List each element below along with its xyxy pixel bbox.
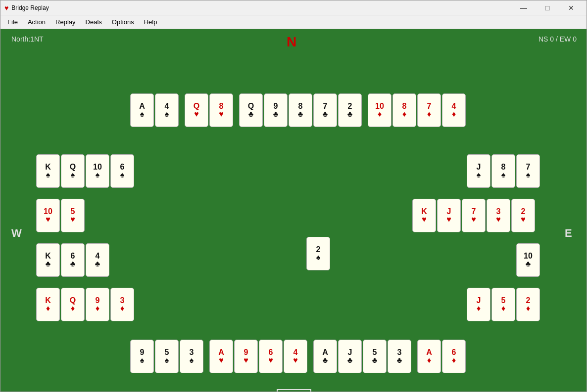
menu-file[interactable]: File [2, 16, 23, 28]
card-west-d2: Q ♦ [61, 288, 85, 321]
card-north-7: 8 ♣ [289, 93, 312, 127]
card-north-11: 8 ♦ [392, 93, 416, 127]
heart-icon: ♥ [4, 4, 8, 12]
menu-action[interactable]: Action [23, 16, 50, 28]
card-east-c1: 10 ♣ [516, 243, 540, 277]
contract-label: North:1NT [11, 35, 44, 43]
card-west-s1: K ♠ [36, 154, 60, 188]
card-south-7: 4 ♥ [284, 340, 307, 373]
card-west-d4: 3 ♦ [110, 288, 134, 321]
card-west-h1: 10 ♥ [36, 199, 60, 232]
menu-help[interactable]: Help [139, 16, 162, 28]
card-east-d3: 2 ♦ [516, 288, 540, 321]
card-east-h2: J ♥ [437, 199, 461, 232]
title-controls: — □ ✕ [512, 0, 583, 15]
card-south-8: A ♣ [313, 340, 337, 373]
minimize-button[interactable]: — [512, 0, 535, 15]
card-south-3: 3 ♠ [180, 340, 203, 373]
card-west-d1: K ♦ [36, 288, 60, 321]
card-south-5: 9 ♥ [234, 340, 258, 373]
card-east-s3: 7 ♠ [516, 154, 540, 188]
card-west-c2: 6 ♣ [61, 243, 85, 277]
card-east-h4: 3 ♥ [487, 199, 510, 232]
card-south-10: 5 ♣ [363, 340, 387, 373]
title-bar: ♥ Bridge Replay — □ ✕ [0, 0, 587, 15]
card-north-12: 7 ♦ [417, 93, 441, 127]
card-north-6: 9 ♣ [264, 93, 288, 127]
south-indicator: S [277, 389, 311, 392]
card-west-s2: Q ♠ [61, 154, 85, 188]
card-east-d2: 5 ♦ [491, 288, 515, 321]
maximize-button[interactable]: □ [536, 0, 559, 15]
card-north-13: 4 ♦ [442, 93, 466, 127]
card-east-h5: 2 ♥ [511, 199, 535, 232]
card-east-h1: K ♥ [412, 199, 436, 232]
card-south-2: 5 ♠ [155, 340, 179, 373]
close-button[interactable]: ✕ [560, 0, 583, 15]
north-compass: N [287, 34, 296, 50]
main-window: ♥ Bridge Replay — □ ✕ File Action Replay… [0, 0, 587, 392]
card-south-6: 6 ♥ [259, 340, 283, 373]
menu-options[interactable]: Options [107, 16, 139, 28]
card-east-h3: 7 ♥ [462, 199, 486, 232]
west-compass: W [11, 227, 22, 240]
card-north-10: 10 ♦ [368, 93, 391, 127]
card-east-d1: J ♦ [467, 288, 490, 321]
menu-replay[interactable]: Replay [50, 16, 80, 28]
card-west-c3: 4 ♣ [86, 243, 109, 277]
menu-bar: File Action Replay Deals Options Help [0, 15, 587, 29]
card-south-4: A ♥ [209, 340, 233, 373]
card-west-h2: 5 ♥ [61, 199, 85, 232]
card-center: 2 ♠ [306, 237, 330, 270]
window-title: Bridge Replay [11, 4, 49, 11]
card-north-1: A ♠ [130, 93, 154, 127]
card-south-1: 9 ♠ [130, 340, 154, 373]
card-east-s1: J ♠ [467, 154, 490, 188]
east-compass: E [565, 227, 572, 240]
card-south-13: 6 ♦ [442, 340, 466, 373]
card-south-12: A ♦ [417, 340, 441, 373]
title-bar-left: ♥ Bridge Replay [4, 4, 49, 12]
card-north-9: 2 ♣ [338, 93, 362, 127]
card-south-9: J ♣ [338, 340, 362, 373]
menu-deals[interactable]: Deals [81, 16, 107, 28]
card-north-3: Q ♥ [185, 93, 208, 127]
card-north-4: 8 ♥ [209, 93, 233, 127]
card-west-d3: 9 ♦ [86, 288, 109, 321]
card-south-11: 3 ♣ [388, 340, 411, 373]
card-west-s3: 10 ♠ [86, 154, 109, 188]
score-label: NS 0 / EW 0 [538, 35, 577, 43]
game-area: North:1NT NS 0 / EW 0 N W E A ♠ 4 ♠ Q ♥ … [0, 29, 587, 392]
card-west-c1: K ♣ [36, 243, 60, 277]
card-west-s4: 6 ♠ [110, 154, 134, 188]
south-label: S [290, 391, 299, 392]
card-east-s2: 8 ♠ [491, 154, 515, 188]
card-north-8: 7 ♣ [313, 93, 337, 127]
card-north-5: Q ♣ [239, 93, 263, 127]
card-north-2: 4 ♠ [155, 93, 179, 127]
